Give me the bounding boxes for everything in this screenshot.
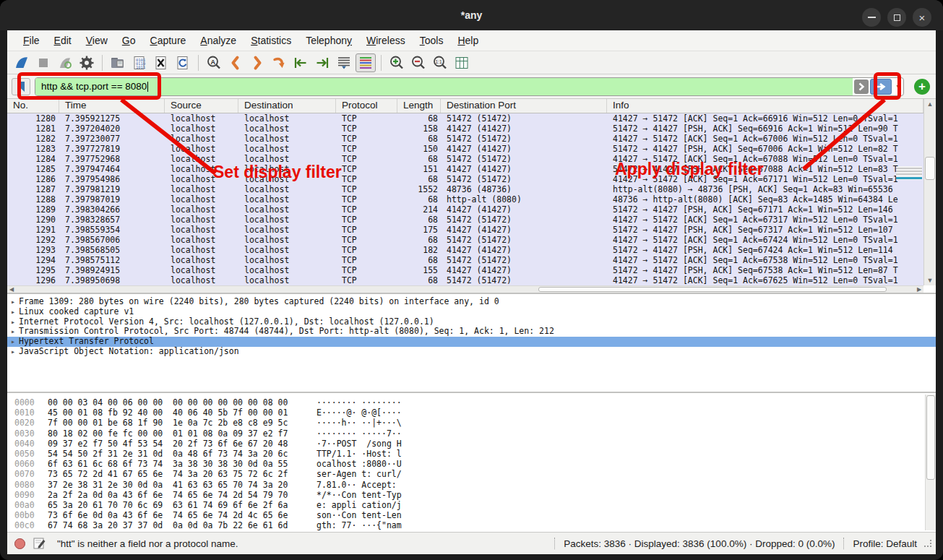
packet-row[interactable]: 12967.398950698localhostlocalhostTCP6851… [7,275,923,285]
detail-row[interactable]: ▸JavaScript Object Notation: application… [7,347,936,357]
profile-label[interactable]: Profile: Default [853,538,917,549]
column-header-protocol[interactable]: Protocol [336,99,397,113]
filter-history-dropdown[interactable]: ▾ [893,82,903,90]
scroll-down-arrow-icon[interactable]: ▼ [924,275,936,285]
column-header-time[interactable]: Time [59,99,165,113]
close-button[interactable]: × [913,8,931,27]
packet-row[interactable]: 12907.398328657localhostlocalhostTCP6851… [7,215,923,225]
auto-scroll-button[interactable] [334,53,354,72]
column-header-source[interactable]: Source [165,99,238,113]
menu-telephony[interactable]: Telephony [298,32,359,49]
menu-view[interactable]: View [79,32,115,49]
expand-arrow-icon[interactable]: ▸ [7,327,19,337]
hex-row[interactable]: 001045 00 01 08 fb 92 40 00 40 06 40 5b … [14,408,936,418]
scrollbar-thumb[interactable] [538,287,887,292]
pane-splitter[interactable] [456,392,488,394]
packet-list-horizontal-scrollbar[interactable]: ◀ ▶ [7,285,923,293]
detail-row[interactable]: ▸Frame 1309: 280 bytes on wire (2240 bit… [7,297,936,307]
packet-row[interactable]: 12867.397954986localhostlocalhostTCP6851… [7,174,923,184]
expand-arrow-icon[interactable]: ▸ [7,317,19,327]
column-header-length[interactable]: Length [397,99,441,113]
menu-help[interactable]: Help [450,32,486,49]
column-header-info[interactable]: Info [607,99,923,113]
detail-row[interactable]: ▸Linux cooked capture v1 [7,307,936,317]
hex-vertical-scrollbar[interactable] [925,395,936,530]
start-capture-button[interactable] [12,53,32,72]
packet-row[interactable]: 12957.398924915localhostlocalhostTCP1554… [7,265,923,275]
open-file-button[interactable] [108,53,128,72]
scroll-up-arrow-icon[interactable]: ▲ [924,99,936,109]
scroll-right-arrow-icon[interactable]: ▶ [915,286,923,293]
hex-row[interactable]: 004009 37 e2 f7 50 4f 53 54 20 2f 73 6f … [14,439,936,449]
zoom-out-button[interactable] [408,53,429,72]
packet-row[interactable]: 12927.398567006localhostlocalhostTCP6851… [7,235,923,245]
filter-bookmark-button[interactable] [12,78,30,95]
packet-row[interactable]: 12807.395921275localhostlocalhostTCP6851… [7,113,923,124]
expand-arrow-icon[interactable]: ▸ [7,337,19,347]
filter-expression-button[interactable] [854,79,869,94]
go-last-button[interactable] [312,53,332,72]
expand-arrow-icon[interactable]: ▸ [7,297,19,307]
packet-row[interactable]: 12937.398568505localhostlocalhostTCP1824… [7,245,923,255]
menu-file[interactable]: File [16,32,47,49]
packet-row[interactable]: 12817.397204020localhostlocalhostTCP1584… [7,124,923,134]
capture-comment-icon[interactable] [33,537,46,550]
packet-row[interactable]: 12947.398575112localhostlocalhostTCP6851… [7,255,923,265]
hex-row[interactable]: 00902a 2f 2a 0d 0a 43 6f 6e 74 65 6e 74 … [14,490,936,500]
packet-list-vertical-scrollbar[interactable]: ▲ ▼ [923,99,936,285]
packet-row[interactable]: 12887.397987019localhostlocalhostTCP68ht… [7,194,923,204]
go-back-button[interactable] [225,53,246,72]
add-filter-button[interactable]: + [914,79,930,95]
expand-arrow-icon[interactable]: ▸ [7,307,19,317]
detail-row[interactable]: ▸Internet Protocol Version 4, Src: local… [7,317,936,327]
expert-info-icon[interactable] [14,538,25,549]
packet-row[interactable]: 12877.397981219localhostlocalhostTCP1552… [7,184,923,194]
packet-row[interactable]: 12847.397752968localhostlocalhostTCP6851… [7,154,923,164]
apply-filter-button[interactable] [870,79,892,95]
scroll-left-arrow-icon[interactable]: ◀ [7,286,16,293]
column-header-destination[interactable]: Destination [238,99,336,113]
hex-row[interactable]: 000000 00 03 04 00 06 00 00 00 00 00 00 … [14,397,936,408]
resize-columns-button[interactable] [452,53,472,72]
hex-row[interactable]: 00b073 6f 6e 0d 0a 43 6f 6e 74 65 6e 74 … [14,510,936,520]
hex-row[interactable]: 003080 18 02 00 fe fc 00 00 01 01 08 0a … [14,428,936,439]
go-forward-button[interactable] [247,53,267,72]
hex-row[interactable]: 00a065 3a 20 61 70 70 6c 69 63 61 74 69 … [14,500,936,510]
packet-row[interactable]: 12827.397230077localhostlocalhostTCP6851… [7,134,923,144]
menu-capture[interactable]: Capture [143,32,194,49]
menu-statistics[interactable]: Statistics [244,32,298,49]
save-file-button[interactable]: 010101101011 [129,53,150,72]
hex-row[interactable]: 005054 54 50 2f 31 2e 31 0d 0a 48 6f 73 … [14,449,936,459]
hex-row[interactable]: 00207f 00 00 01 be 68 1f 90 1e 0a 7c 2b … [14,418,936,428]
zoom-in-button[interactable] [387,53,407,72]
column-header-dest-port[interactable]: Destination Port [441,99,607,113]
stop-capture-button[interactable] [33,53,53,72]
packet-row[interactable]: 12837.397727819localhostlocalhostTCP1504… [7,144,923,154]
packet-row[interactable]: 12857.397947464localhostlocalhostTCP1514… [7,164,923,174]
column-header-no[interactable]: No. [7,99,59,113]
close-file-button[interactable] [151,53,171,72]
reload-file-button[interactable] [173,53,193,72]
display-filter-input[interactable]: http && tcp.port == 8080 [35,78,853,95]
scrollbar-thumb[interactable] [926,395,935,480]
hex-row[interactable]: 00c067 74 68 3a 20 37 37 0d 0a 0d 0a 7b … [14,520,936,530]
resize-grip[interactable] [924,540,931,547]
menu-tools[interactable]: Tools [413,32,451,49]
zoom-original-button[interactable]: 1:1 [430,53,450,72]
go-to-packet-button[interactable] [269,53,289,72]
detail-row[interactable]: ▸Hypertext Transfer Protocol [7,337,936,347]
expand-arrow-icon[interactable]: ▸ [7,347,19,357]
scrollbar-thumb[interactable] [925,157,935,180]
menu-go[interactable]: Go [115,32,143,49]
packet-row[interactable]: 12897.398304266localhostlocalhostTCP2144… [7,204,923,215]
colorize-packets-button[interactable] [356,53,376,72]
hex-row[interactable]: 008037 2e 38 31 2e 30 0d 0a 41 63 63 65 … [14,480,936,490]
restart-capture-button[interactable] [55,53,75,72]
packet-row[interactable]: 12917.398559354localhostlocalhostTCP1754… [7,225,923,235]
capture-options-button[interactable] [77,53,97,72]
hex-row[interactable]: 00606f 63 61 6c 68 6f 73 74 3a 38 30 38 … [14,459,936,469]
minimize-button[interactable] [862,8,881,27]
find-packet-button[interactable]: A [204,53,224,72]
menu-analyze[interactable]: Analyze [193,32,244,49]
menu-wireless[interactable]: Wireless [359,32,413,49]
